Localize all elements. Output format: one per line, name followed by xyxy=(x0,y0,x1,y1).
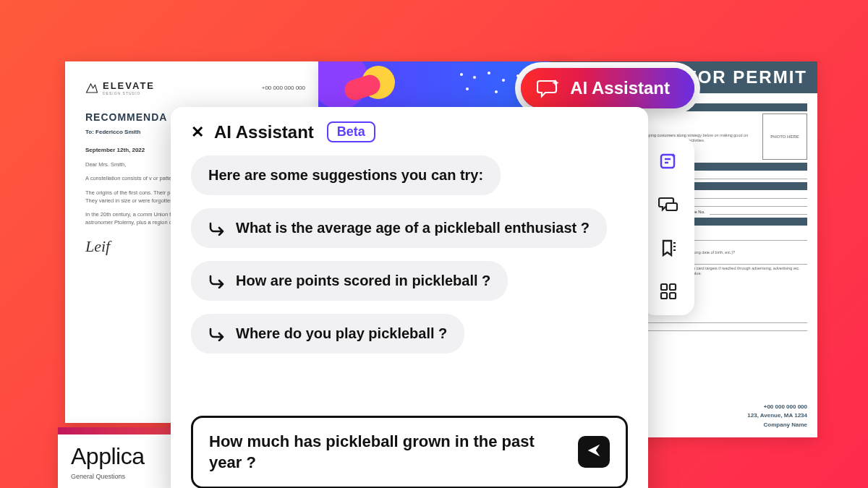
intro-message: Here are some suggestions you can try: xyxy=(191,155,501,195)
elevate-logo-icon xyxy=(85,82,98,95)
letter-phone: +00 000 000 000 xyxy=(262,85,305,91)
intro-text: Here are some suggestions you can try: xyxy=(208,167,483,184)
svg-rect-9 xyxy=(661,293,667,299)
comments-icon[interactable] xyxy=(658,194,679,215)
suggestion-text: Where do you play pickleball ? xyxy=(236,325,447,342)
suggestion-2[interactable]: How are points scored in pickleball ? xyxy=(191,261,508,301)
send-icon xyxy=(586,442,602,461)
bookmark-icon[interactable] xyxy=(658,237,679,259)
reply-arrow-icon xyxy=(208,221,227,236)
grid-apps-icon[interactable] xyxy=(658,281,679,302)
letter-brand-sub: DESIGN STUDIO xyxy=(103,91,155,95)
permit-photo-placeholder: PHOTO HERE xyxy=(762,114,807,160)
ai-note-icon[interactable] xyxy=(658,150,679,172)
suggestion-1[interactable]: What is the average age of a pickleball … xyxy=(191,208,607,248)
reply-arrow-icon xyxy=(208,274,227,288)
ai-assistant-button-label: AI Assistant xyxy=(570,78,670,98)
prompt-text[interactable]: How much has pickleball grown in the pas… xyxy=(209,431,568,474)
beta-badge: Beta xyxy=(327,121,375,142)
side-toolbar xyxy=(642,137,694,315)
close-icon[interactable]: ✕ xyxy=(191,123,204,142)
reply-arrow-icon xyxy=(208,327,227,341)
svg-rect-0 xyxy=(661,155,674,168)
suggestion-text: How are points scored in pickleball ? xyxy=(236,273,490,289)
prompt-input[interactable]: How much has pickleball grown in the pas… xyxy=(191,416,628,488)
svg-rect-8 xyxy=(670,284,676,290)
send-button[interactable] xyxy=(578,436,610,468)
ai-assistant-button[interactable]: AI Assistant xyxy=(521,68,694,108)
suggestion-text: What is the average age of a pickleball … xyxy=(236,220,590,236)
letter-brand: ELEVATE xyxy=(103,80,155,91)
panel-title: AI Assistant xyxy=(214,122,314,142)
svg-rect-7 xyxy=(661,284,667,290)
svg-rect-3 xyxy=(666,203,677,210)
chat-sparkle-icon xyxy=(537,78,560,98)
suggestion-3[interactable]: Where do you play pickleball ? xyxy=(191,314,464,354)
svg-rect-10 xyxy=(670,293,676,299)
ai-assistant-panel: ✕ AI Assistant Beta Here are some sugges… xyxy=(171,107,648,488)
letter-logo: ELEVATE DESIGN STUDIO xyxy=(85,80,155,95)
